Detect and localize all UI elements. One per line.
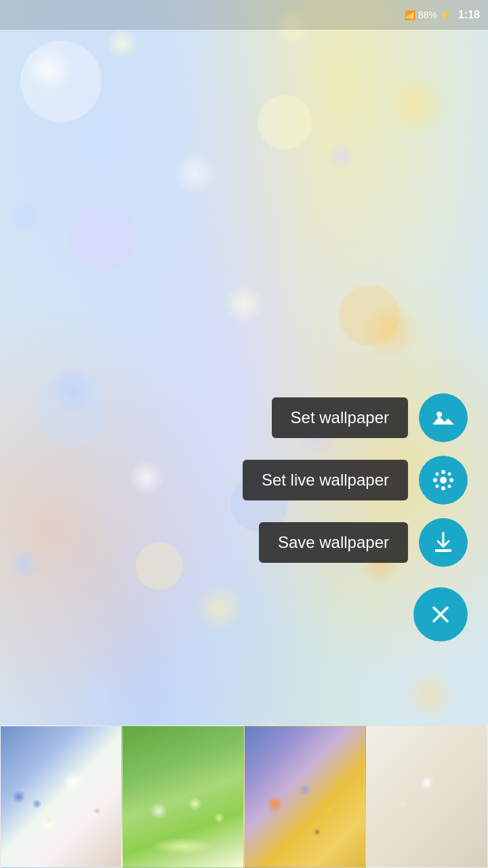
status-bar: 📶 88% ⚡ 1:18	[0, 0, 488, 30]
svg-point-4	[433, 478, 437, 482]
decorative-petal	[34, 373, 108, 448]
action-buttons-container: Set wallpaper Set live wallpaper	[243, 393, 468, 642]
set-live-wallpaper-button[interactable]	[419, 456, 468, 505]
svg-point-2	[441, 470, 445, 474]
set-live-wallpaper-label[interactable]: Set live wallpaper	[243, 460, 408, 500]
save-wallpaper-row: Save wallpaper	[259, 518, 468, 567]
thumbnail-2-inner	[123, 726, 243, 867]
svg-point-0	[436, 412, 442, 417]
svg-point-3	[441, 486, 445, 490]
thumbnail-3-inner	[245, 726, 365, 867]
decorative-petal	[339, 285, 400, 346]
thumbnail-3[interactable]	[244, 726, 366, 868]
signal-icon: 📶	[405, 10, 415, 20]
close-button[interactable]	[413, 587, 468, 642]
svg-point-6	[436, 473, 439, 476]
set-wallpaper-label[interactable]: Set wallpaper	[272, 397, 408, 438]
decorative-petal	[20, 41, 102, 122]
thumbnail-1[interactable]	[0, 726, 122, 868]
svg-point-5	[449, 478, 453, 482]
decorative-petal	[258, 95, 312, 149]
thumbnail-1-inner	[1, 726, 121, 867]
thumbnail-strip	[0, 726, 488, 868]
set-wallpaper-row: Set wallpaper	[272, 393, 468, 442]
landscape-icon	[431, 406, 455, 430]
thumbnail-4[interactable]	[366, 726, 488, 868]
thumbnail-4-inner	[367, 726, 487, 867]
svg-point-7	[448, 473, 451, 476]
battery-percentage: 88%	[418, 9, 437, 20]
close-icon	[428, 602, 453, 627]
decorative-petal	[68, 203, 136, 271]
save-wallpaper-label[interactable]: Save wallpaper	[259, 522, 408, 563]
download-icon	[431, 530, 455, 555]
time-display: 1:18	[458, 9, 480, 21]
status-icons: 📶 88% ⚡ 1:18	[405, 9, 480, 21]
set-wallpaper-button[interactable]	[419, 393, 468, 442]
svg-point-8	[436, 485, 439, 488]
thumbnail-2[interactable]	[122, 726, 244, 868]
svg-point-1	[440, 477, 447, 484]
decorative-petal	[136, 542, 183, 590]
svg-point-9	[448, 485, 451, 488]
live-wallpaper-icon	[431, 468, 455, 492]
battery-icon: ⚡	[440, 9, 451, 20]
save-wallpaper-button[interactable]	[419, 518, 468, 567]
set-live-wallpaper-row: Set live wallpaper	[243, 456, 468, 505]
